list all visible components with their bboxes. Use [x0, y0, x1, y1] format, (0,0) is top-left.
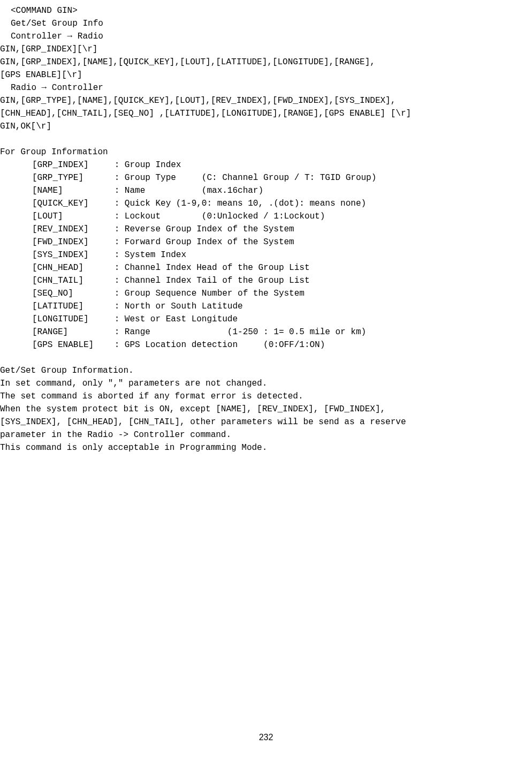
parameter-row: [REV_INDEX] : Reverse Group Index of the…	[0, 223, 532, 236]
radio-ctrl-syntax-3: GIN,OK[\r]	[0, 120, 532, 133]
parameter-row: [SEQ_NO] : Group Sequence Number of the …	[0, 287, 532, 300]
parameter-list: [GRP_INDEX] : Group Index[GRP_TYPE] : Gr…	[0, 159, 532, 351]
parameter-row: [GPS ENABLE] : GPS Location detection (0…	[0, 338, 532, 351]
ctrl-radio-syntax-2: GIN,[GRP_INDEX],[NAME],[QUICK_KEY],[LOUT…	[0, 56, 532, 69]
direction-radio-controller: Radio → Controller	[0, 81, 532, 94]
ctrl-radio-syntax-3: [GPS ENABLE][\r]	[0, 69, 532, 81]
ctrl-radio-syntax-1: GIN,[GRP_INDEX][\r]	[0, 43, 532, 56]
direction-controller-radio: Controller → Radio	[0, 30, 532, 43]
command-tag: <COMMAND GIN>	[0, 4, 532, 17]
parameter-row: [CHN_TAIL] : Channel Index Tail of the G…	[0, 274, 532, 287]
spacer	[0, 133, 532, 146]
parameter-row: [GRP_INDEX] : Group Index	[0, 159, 532, 171]
parameter-row: [LATITUDE] : North or South Latitude	[0, 300, 532, 313]
radio-ctrl-syntax-2: [CHN_HEAD],[CHN_TAIL],[SEQ_NO] ,[LATITUD…	[0, 107, 532, 120]
parameter-row: [LOUT] : Lockout (0:Unlocked / 1:Lockout…	[0, 210, 532, 223]
parameter-row: [SYS_INDEX] : System Index	[0, 249, 532, 261]
page-content: <COMMAND GIN> Get/Set Group Info Control…	[0, 0, 532, 760]
note-line: In set command, only "," parameters are …	[0, 377, 532, 390]
page-number: 232	[0, 731, 532, 744]
parameter-row: [LONGITUDE] : West or East Longitude	[0, 313, 532, 326]
parameter-row: [QUICK_KEY] : Quick Key (1-9,0: means 10…	[0, 197, 532, 210]
parameter-row: [RANGE] : Range (1-250 : 1= 0.5 mile or …	[0, 326, 532, 338]
note-line: Get/Set Group Information.	[0, 364, 532, 377]
parameter-row: [NAME] : Name (max.16char)	[0, 184, 532, 197]
parameter-row: [GRP_TYPE] : Group Type (C: Channel Grou…	[0, 171, 532, 184]
note-line: The set command is aborted if any format…	[0, 390, 532, 403]
parameter-row: [FWD_INDEX] : Forward Group Index of the…	[0, 236, 532, 249]
note-line: When the system protect bit is ON, excep…	[0, 403, 532, 416]
info-header: For Group Information	[0, 146, 532, 159]
note-line: parameter in the Radio -> Controller com…	[0, 428, 532, 441]
spacer	[0, 351, 532, 364]
radio-ctrl-syntax-1: GIN,[GRP_TYPE],[NAME],[QUICK_KEY],[LOUT]…	[0, 94, 532, 107]
parameter-row: [CHN_HEAD] : Channel Index Head of the G…	[0, 261, 532, 274]
note-line: [SYS_INDEX], [CHN_HEAD], [CHN_TAIL], oth…	[0, 416, 532, 428]
command-title: Get/Set Group Info	[0, 17, 532, 30]
note-line: This command is only acceptable in Progr…	[0, 441, 532, 454]
